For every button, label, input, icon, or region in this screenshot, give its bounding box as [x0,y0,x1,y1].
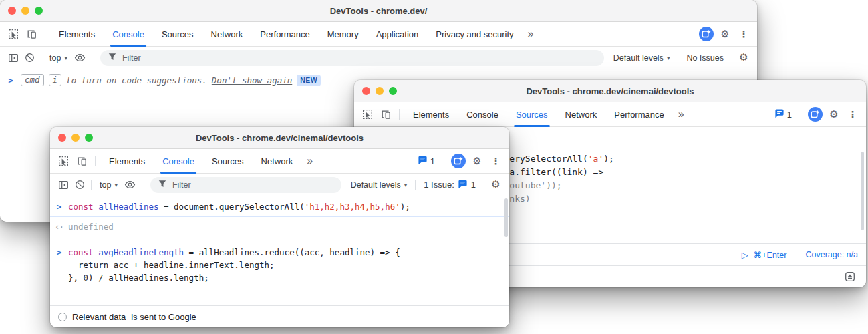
tab-sources[interactable]: Sources [203,149,253,173]
console-entry: > const avgHeadlineLength = allHeadlines… [50,242,509,287]
tab-application[interactable]: Application [368,22,428,46]
traffic-light-close[interactable] [362,87,370,95]
log-levels-selector[interactable]: Default levels ▾ [609,53,675,63]
relevant-data-link[interactable]: Relevant data [72,312,126,322]
console-prompt-chevron: > [5,75,16,86]
filter-funnel-icon [158,179,167,190]
divider [692,29,692,39]
context-selector[interactable]: top ▾ [45,53,72,63]
traffic-light-close[interactable] [58,134,66,142]
settings-gear-icon[interactable]: ⚙ [469,153,485,169]
traffic-light-zoom[interactable] [389,87,397,95]
issues-counter[interactable]: 1 [415,155,438,167]
traffic-light-minimize[interactable] [376,87,384,95]
traffic-light-close[interactable] [8,7,16,15]
ai-assistant-icon[interactable] [450,153,466,169]
console-prompt-chevron: > [50,246,68,284]
more-tabs-icon[interactable]: » [673,102,690,126]
ai-assistant-icon[interactable] [698,26,714,42]
traffic-light-zoom[interactable] [35,7,43,15]
issues-count: 1 [430,156,435,166]
kebab-menu-icon[interactable]: ⋮ [845,106,861,122]
inspect-element-icon[interactable] [5,26,21,42]
ai-assistant-icon[interactable] [807,106,823,122]
tab-elements[interactable]: Elements [50,22,104,46]
traffic-light-zoom[interactable] [85,134,93,142]
coverage-link[interactable]: Coverage: n/a [805,250,858,259]
device-toolbar-icon[interactable] [74,153,90,169]
tab-network[interactable]: Network [557,102,606,126]
traffic-lights [8,0,43,21]
tab-elements[interactable]: Elements [100,149,154,173]
live-expression-eye-icon[interactable] [72,50,88,66]
code-line: }, 0) / allHeadlines.length; [68,271,400,284]
info-circle-icon [58,313,67,321]
window-title: DevTools - chrome.dev/cinemai/devtools [196,133,364,143]
context-selector[interactable]: top ▾ [95,180,122,190]
divider [444,156,444,166]
traffic-light-minimize[interactable] [71,134,80,142]
console-sidebar-icon[interactable] [55,177,71,193]
console-scrollbar[interactable] [504,198,508,237]
tab-performance[interactable]: Performance [251,22,318,46]
tab-sources[interactable]: Sources [507,102,557,126]
filter-input[interactable]: Filter [150,177,341,193]
console-settings-gear-icon[interactable]: ⚙ [488,177,504,193]
tab-sources[interactable]: Sources [153,22,202,46]
run-snippet-shortcut[interactable]: ▷ ⌘+Enter [742,250,787,260]
device-toolbar-icon[interactable] [378,106,394,122]
settings-gear-icon[interactable]: ⚙ [717,26,733,42]
eject-drawer-icon[interactable] [842,269,858,285]
cmd-key: cmd [21,74,44,86]
titlebar: DevTools - chrome.dev/ [0,0,757,22]
code-line: const avgHeadlineLength = allHeadlines.r… [68,246,400,259]
divider [41,53,41,63]
clear-console-icon[interactable] [71,177,88,193]
issues-count: 1 [787,110,792,120]
more-tabs-icon[interactable]: » [523,22,539,46]
live-expression-eye-icon[interactable] [122,177,138,193]
footer-text: is sent to Google [131,312,196,322]
clear-console-icon[interactable] [21,50,37,66]
tab-privacy-and-security[interactable]: Privacy and security [427,22,522,46]
tab-console[interactable]: Console [154,149,203,173]
console-sidebar-icon[interactable] [5,50,21,66]
tabbar-right-icons: ⚙ ⋮ [688,22,753,46]
issues-status[interactable]: 1 Issue: 1 [419,179,480,191]
tab-memory[interactable]: Memory [319,22,368,46]
tab-network[interactable]: Network [253,149,302,173]
log-levels-selector[interactable]: Default levels ▾ [346,180,412,190]
inspect-element-icon[interactable] [55,153,71,169]
divider [415,180,416,190]
code-line: return acc + headline.innerText.length; [68,259,400,271]
returned-value-icon: ‹· [50,220,68,233]
inspect-element-icon[interactable] [359,106,376,122]
settings-gear-icon[interactable]: ⚙ [826,106,842,122]
dont-show-again-link[interactable]: Don't show again [212,75,292,86]
console-log-area[interactable]: > const allHeadlines = document.querySel… [50,196,509,305]
tabbar-left-icons [54,149,100,173]
devtools-tabbar: Elements Console Sources Network » 1 ⚙ ⋮ [50,149,509,174]
issues-counter[interactable]: 1 [772,108,794,120]
editor-scrollbar[interactable] [861,152,864,230]
traffic-light-minimize[interactable] [21,7,29,15]
ai-assistant-badge [699,27,714,41]
tabbar-left-icons [358,102,404,126]
tab-elements[interactable]: Elements [404,102,458,126]
kebab-menu-icon[interactable]: ⋮ [488,153,504,169]
tab-console[interactable]: Console [458,102,507,126]
kebab-menu-icon[interactable]: ⋮ [736,26,752,42]
tab-console[interactable]: Console [104,22,153,46]
filter-placeholder: Filter [122,53,141,63]
devtools-tabbar: Elements Console Sources Network Perform… [0,22,757,47]
tab-network[interactable]: Network [202,22,252,46]
filter-input[interactable]: Filter [100,50,604,66]
issues-status[interactable]: No Issues [682,53,728,63]
console-result: ‹· undefined [50,217,509,236]
more-tabs-icon[interactable]: » [301,149,318,173]
device-toolbar-icon[interactable] [23,26,39,42]
console-settings-gear-icon[interactable]: ⚙ [736,50,752,66]
filter-placeholder: Filter [172,180,191,190]
divider [732,53,732,63]
tab-performance[interactable]: Performance [605,102,672,126]
